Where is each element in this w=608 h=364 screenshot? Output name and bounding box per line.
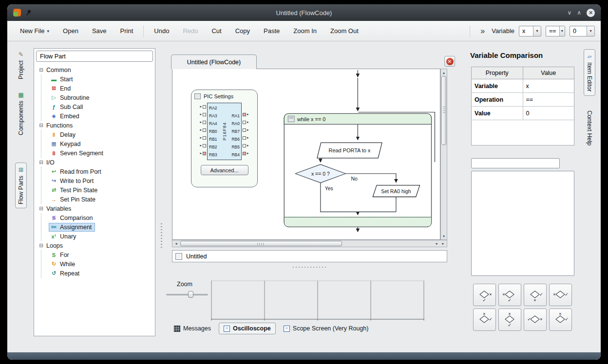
- variable-name-dropdown-icon[interactable]: ▾: [533, 26, 541, 36]
- bottom-splitter-grip[interactable]: [172, 266, 447, 269]
- property-row-value[interactable]: Value0: [472, 107, 574, 120]
- title-bar[interactable]: Untitled (FlowCode) ∨ ∧ ✕: [7, 4, 601, 21]
- tab-project[interactable]: ✎Project: [15, 47, 27, 83]
- open-button[interactable]: Open: [56, 24, 85, 37]
- tab-context-help[interactable]: Context Help: [584, 106, 595, 150]
- tree-item-comparison[interactable]: ≶Comparison: [41, 213, 155, 222]
- read-porta-shape[interactable]: Read PORTA to x: [317, 143, 382, 158]
- tab-item-editor[interactable]: ▱Item Editor: [584, 49, 595, 96]
- zoom-slider-thumb[interactable]: [188, 291, 193, 298]
- tree-item-seven-segment[interactable]: 8Seven Segment: [41, 148, 155, 158]
- zoom-slider[interactable]: [166, 291, 208, 298]
- comparison-style-button-8[interactable]: ×✓: [549, 309, 572, 331]
- close-document-button[interactable]: ✕: [444, 56, 455, 67]
- tab-messages[interactable]: Messages: [169, 323, 216, 334]
- scroll-right-icon[interactable]: ▸: [440, 241, 446, 246]
- print-button[interactable]: Print: [114, 24, 140, 37]
- tree-item-sub-call[interactable]: ƒSub Call: [41, 102, 155, 111]
- vertical-scroll-thumb[interactable]: [441, 76, 446, 145]
- tree-group-loops[interactable]: ⊟Loops: [38, 241, 155, 250]
- tree-item-write-to-port[interactable]: ↪Write to Port: [41, 176, 155, 185]
- tab-oscilloscope[interactable]: ≈Oscilloscope: [219, 323, 276, 334]
- tree-item-test-pin-state[interactable]: ⇄Test Pin State: [41, 185, 155, 195]
- tree-item-start[interactable]: ▬Start: [41, 74, 155, 84]
- tree-expander-icon[interactable]: ⊟: [38, 67, 44, 73]
- tree-group-functions[interactable]: ⊟Functions: [38, 121, 155, 130]
- property-row-operation[interactable]: Operation==: [472, 93, 574, 107]
- operation-combo[interactable]: == ▾: [546, 26, 565, 36]
- scroll-left-icon[interactable]: ◂: [173, 241, 179, 246]
- advanced-button[interactable]: Advanced...: [201, 165, 248, 175]
- toolbar-overflow-icon[interactable]: »: [478, 27, 487, 36]
- pic-settings-handle-icon[interactable]: [194, 93, 201, 99]
- tree-item-assignment[interactable]: ≔Assignment: [41, 222, 155, 232]
- pin-icon[interactable]: [23, 8, 33, 18]
- tree-expander-icon[interactable]: ⊟: [38, 160, 44, 165]
- window-close-icon[interactable]: ✕: [587, 9, 595, 17]
- tree-item-subroutine[interactable]: ▷Subroutine: [41, 93, 155, 102]
- while-handle-icon[interactable]: [288, 116, 294, 122]
- set-ra0-shape[interactable]: Set RA0 high: [373, 185, 419, 197]
- scroll-left-end-icon[interactable]: ◂: [433, 241, 439, 246]
- property-value-cell[interactable]: 0: [523, 107, 574, 120]
- new-file-button[interactable]: New File▾: [13, 24, 56, 37]
- tree-item-repeat[interactable]: ↺Repeat: [41, 269, 155, 278]
- comparison-style-button-1[interactable]: ×✓: [473, 284, 496, 306]
- tree-header[interactable]: Flow Part: [36, 51, 153, 62]
- comparison-style-button-4[interactable]: ×✓: [549, 284, 572, 306]
- save-button[interactable]: Save: [85, 24, 114, 37]
- paste-button[interactable]: Paste: [257, 24, 286, 37]
- window-shade-icon[interactable]: ∨: [567, 10, 571, 16]
- scroll-down-icon[interactable]: ▾: [441, 233, 447, 239]
- zoom-out-button[interactable]: Zoom Out: [323, 24, 365, 37]
- tree-expander-icon[interactable]: ⊟: [38, 123, 44, 128]
- value-column-header[interactable]: Value: [523, 67, 574, 79]
- undo-button[interactable]: Undo: [147, 24, 176, 37]
- tab-scope-screen-very-rough[interactable]: ≈Scope Screen (Very Rough): [279, 323, 374, 334]
- tree-group-common[interactable]: ⊟Common: [38, 65, 155, 74]
- tree-item-for[interactable]: SFor: [41, 250, 155, 259]
- value-combo[interactable]: 0 ▾: [570, 26, 595, 36]
- comparison-style-button-3[interactable]: ×✓: [524, 284, 547, 306]
- panel-splitter-grip[interactable]: [161, 223, 162, 249]
- tree-item-end[interactable]: ⊠End: [41, 84, 155, 93]
- property-value-cell[interactable]: ==: [523, 93, 574, 106]
- macro-page-icon[interactable]: [175, 253, 182, 260]
- zoom-slider-track[interactable]: [166, 294, 208, 295]
- item-editor-listbox[interactable]: [471, 171, 574, 276]
- window-maximize-icon[interactable]: ∧: [577, 10, 581, 16]
- operation-dropdown-icon[interactable]: ▾: [559, 26, 565, 36]
- document-tab[interactable]: Untitled (FlowCode): [171, 55, 257, 69]
- comparison-style-button-5[interactable]: ×✓: [473, 309, 496, 331]
- macro-bar[interactable]: Untitled: [172, 250, 447, 262]
- comparison-style-button-7[interactable]: ×✓: [524, 309, 547, 331]
- cut-button[interactable]: Cut: [205, 24, 228, 37]
- variable-name-combo[interactable]: x ▾: [519, 26, 541, 36]
- tree-item-set-pin-state[interactable]: →Set Pin State: [41, 195, 155, 204]
- value-dropdown-icon[interactable]: ▾: [587, 26, 594, 36]
- property-row-variable[interactable]: Variablex: [472, 79, 574, 93]
- copy-button[interactable]: Copy: [228, 24, 257, 37]
- tree-item-read-from-port[interactable]: ↩Read from Port: [41, 167, 155, 176]
- tree-group-variables[interactable]: ⊟Variables: [38, 204, 155, 213]
- tree-item-embed[interactable]: ◈Embed: [41, 111, 155, 121]
- tree-item-unary[interactable]: x¹Unary: [41, 232, 155, 241]
- pic-settings-panel[interactable]: PIC Settings ▸▸▸▸▸▸▸ RA2RA3RA4RB0RB1RB2R…: [191, 90, 258, 187]
- tree-expander-icon[interactable]: ⊟: [38, 206, 44, 211]
- property-value-cell[interactable]: x: [523, 79, 574, 92]
- property-column-header[interactable]: Property: [472, 67, 523, 79]
- tree-item-while[interactable]: ↻While: [41, 259, 155, 269]
- tree-item-delay[interactable]: ‖Delay: [41, 130, 155, 139]
- flowchart-page[interactable]: while x == 0 Read PORTA to x: [172, 69, 440, 240]
- comparison-style-button-6[interactable]: ×✓: [498, 309, 521, 331]
- tree-item-keypad[interactable]: ▦Keypad: [41, 139, 155, 148]
- zoom-in-button[interactable]: Zoom In: [286, 24, 323, 37]
- scroll-up-icon[interactable]: ▴: [441, 70, 447, 75]
- horizontal-scroll-thumb[interactable]: [180, 241, 342, 246]
- tab-flow-parts[interactable]: ⊞Flow Parts: [15, 163, 27, 208]
- comparison-style-button-2[interactable]: ×✓: [498, 284, 521, 306]
- tree-expander-icon[interactable]: ⊟: [38, 243, 44, 248]
- canvas-vertical-scrollbar[interactable]: ▴ ▾: [440, 69, 447, 240]
- tree-group-i-o[interactable]: ⊟I/O: [38, 158, 155, 167]
- expression-input[interactable]: [471, 158, 560, 168]
